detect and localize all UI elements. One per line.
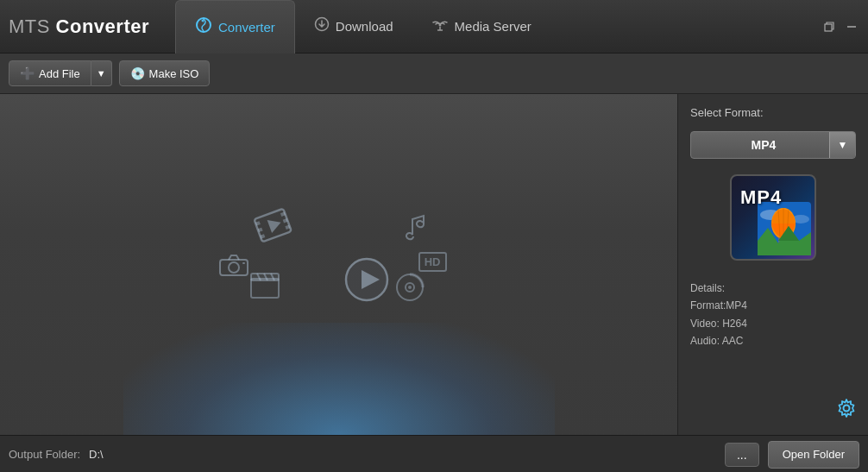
- make-iso-button[interactable]: 💿 Make ISO: [119, 60, 211, 86]
- music-icon: [398, 209, 434, 253]
- svg-rect-5: [825, 24, 832, 31]
- tab-media-server-label: Media Server: [455, 19, 531, 34]
- svg-rect-12: [280, 211, 285, 216]
- svg-point-2: [438, 24, 441, 27]
- app-title-converter: Converter: [56, 16, 149, 37]
- tabs: Converter Download: [175, 0, 550, 53]
- browse-label: ...: [737, 448, 747, 462]
- format-dropdown-arrow-icon: ▼: [829, 132, 855, 158]
- svg-point-27: [408, 286, 412, 289]
- format-dropdown-value: MP4: [691, 138, 829, 152]
- tab-download-label: Download: [336, 19, 393, 34]
- audio-detail-line: Audio: AAC: [690, 332, 856, 349]
- minimize-button[interactable]: [844, 19, 859, 35]
- main-content: HD Select Format: MP4 ▼ MP4: [0, 94, 868, 435]
- clapboard-icon: [248, 270, 281, 308]
- title-bar: MTS Converter Converter: [0, 0, 868, 53]
- add-file-icon: ➕: [20, 66, 35, 80]
- svg-point-16: [229, 262, 239, 273]
- output-folder-label: Output Folder:: [9, 448, 80, 461]
- format-details: Details: Format:MP4 Video: H264 Audio: A…: [690, 280, 856, 350]
- tab-media-server[interactable]: Media Server: [412, 0, 550, 53]
- play-icon: [343, 256, 390, 312]
- media-icons-row: HD: [201, 205, 477, 325]
- camera-icon: [218, 252, 249, 284]
- svg-rect-18: [251, 279, 279, 298]
- make-iso-label: Make ISO: [149, 67, 199, 80]
- media-server-tab-icon: [431, 17, 449, 35]
- toolbar: ➕ Add File ▼ 💿 Make ISO: [0, 53, 868, 94]
- svg-rect-17: [242, 262, 245, 264]
- tab-converter-label: Converter: [218, 20, 275, 35]
- add-file-group: ➕ Add File ▼: [9, 60, 112, 86]
- svg-point-43: [844, 406, 850, 412]
- gear-area: [690, 359, 856, 423]
- format-detail-line: Format:MP4: [690, 297, 856, 314]
- bottom-bar: Output Folder: D:\ ... Open Folder: [0, 435, 868, 472]
- film-icon: [248, 201, 298, 257]
- app-title-mts: MTS: [9, 16, 50, 37]
- svg-rect-14: [285, 224, 290, 229]
- make-iso-icon: 💿: [130, 66, 145, 80]
- tab-converter[interactable]: Converter: [175, 0, 295, 53]
- format-thumbnail-label: MP4: [740, 186, 782, 209]
- download-tab-icon: [314, 16, 330, 36]
- converter-tab-icon: [195, 16, 212, 38]
- restore-button[interactable]: [821, 19, 837, 35]
- tab-download[interactable]: Download: [295, 0, 412, 53]
- select-format-label: Select Format:: [690, 106, 856, 119]
- add-file-arrow-button[interactable]: ▼: [91, 60, 112, 86]
- format-thumbnail-image: [758, 202, 811, 255]
- format-thumbnail: MP4: [730, 174, 816, 261]
- window-controls: [821, 19, 859, 35]
- disc-icon: [394, 272, 425, 310]
- drop-area[interactable]: HD: [0, 94, 678, 435]
- format-preview: MP4: [690, 174, 856, 261]
- svg-rect-13: [282, 218, 287, 223]
- details-label: Details:: [690, 280, 856, 297]
- open-folder-label: Open Folder: [783, 448, 845, 461]
- open-folder-button[interactable]: Open Folder: [768, 441, 859, 469]
- right-panel: Select Format: MP4 ▼ MP4: [678, 94, 868, 435]
- gear-icon[interactable]: [837, 399, 856, 423]
- app-title: MTS Converter: [9, 16, 149, 38]
- output-path-value: D:\: [89, 448, 716, 461]
- add-file-button[interactable]: ➕ Add File: [9, 60, 91, 86]
- svg-marker-8: [267, 216, 283, 233]
- title-left: MTS Converter Converter: [9, 0, 550, 53]
- hd-icon: HD: [418, 252, 447, 272]
- format-dropdown[interactable]: MP4 ▼: [690, 131, 856, 159]
- add-file-label: Add File: [39, 67, 80, 80]
- video-detail-line: Video: H264: [690, 315, 856, 332]
- drop-glow: [123, 323, 555, 435]
- browse-button[interactable]: ...: [725, 443, 759, 467]
